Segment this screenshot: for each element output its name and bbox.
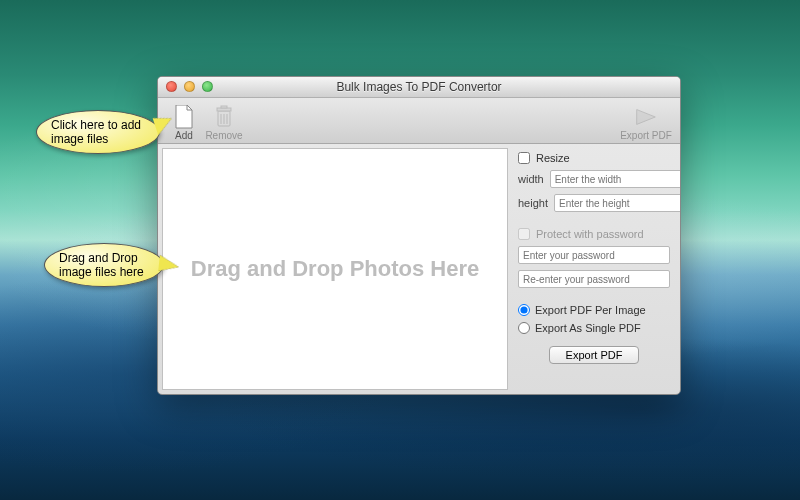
options-panel: Resize width height Protect with passwor… [508, 144, 680, 394]
resize-checkbox[interactable] [518, 152, 530, 164]
callout-drop-text: Drag and Drop image files here [59, 251, 149, 279]
width-input[interactable] [550, 170, 681, 188]
password-input[interactable] [518, 246, 670, 264]
zoom-icon[interactable] [202, 81, 213, 92]
remove-button[interactable]: Remove [204, 104, 244, 141]
callout-add-hint: Click here to add image files [36, 110, 160, 154]
height-label: height [518, 197, 548, 209]
width-label: width [518, 173, 544, 185]
protect-checkbox[interactable] [518, 228, 530, 240]
window-controls [166, 81, 213, 92]
content-area: Drag and Drop Photos Here Resize width h… [158, 144, 680, 394]
export-pdf-button[interactable]: Export PDF [618, 104, 674, 141]
export-per-image-row[interactable]: Export PDF Per Image [518, 304, 670, 316]
titlebar: Bulk Images To PDF Convertor [158, 77, 680, 98]
callout-drop-hint: Drag and Drop image files here [44, 243, 164, 287]
callout-add-text: Click here to add image files [51, 118, 145, 146]
remove-label: Remove [205, 130, 242, 141]
export-single-label: Export As Single PDF [535, 322, 641, 334]
export-button[interactable]: Export PDF [549, 346, 640, 364]
close-icon[interactable] [166, 81, 177, 92]
height-input[interactable] [554, 194, 681, 212]
export-per-image-label: Export PDF Per Image [535, 304, 646, 316]
drop-zone[interactable]: Drag and Drop Photos Here [162, 148, 508, 390]
callout-tail-icon [158, 255, 180, 273]
window-title: Bulk Images To PDF Convertor [158, 80, 680, 94]
export-single-row[interactable]: Export As Single PDF [518, 322, 670, 334]
resize-label: Resize [536, 152, 570, 164]
export-per-image-radio[interactable] [518, 304, 530, 316]
protect-row: Protect with password [518, 228, 670, 240]
resize-row: Resize [518, 152, 670, 164]
password-confirm-input[interactable] [518, 270, 670, 288]
trash-icon [211, 104, 237, 130]
svg-rect-2 [221, 106, 227, 108]
minimize-icon[interactable] [184, 81, 195, 92]
toolbar: Add Remove Export PDF [158, 98, 680, 144]
export-play-icon [633, 104, 659, 130]
add-label: Add [175, 130, 193, 141]
export-single-radio[interactable] [518, 322, 530, 334]
export-pdf-label: Export PDF [620, 130, 672, 141]
protect-label: Protect with password [536, 228, 644, 240]
document-add-icon [171, 104, 197, 130]
app-window: Bulk Images To PDF Convertor Add [157, 76, 681, 395]
drop-zone-text: Drag and Drop Photos Here [191, 254, 479, 284]
